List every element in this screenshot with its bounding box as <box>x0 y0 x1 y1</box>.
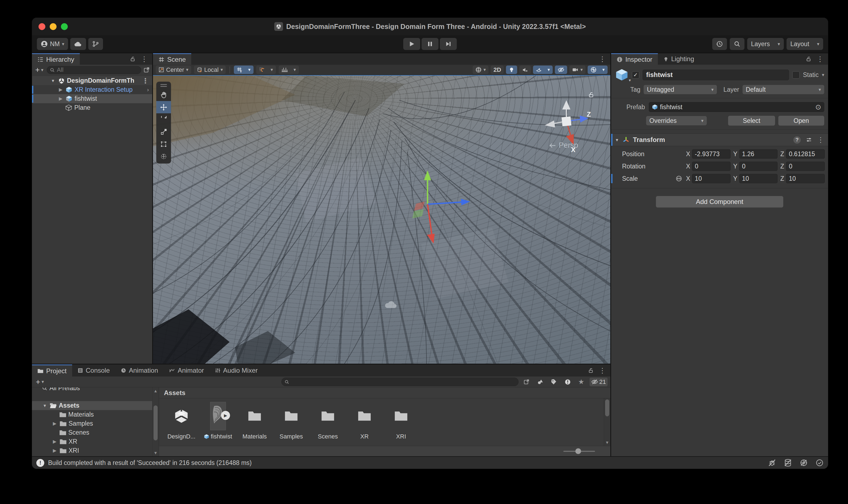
rotation-z-field[interactable] <box>786 162 825 171</box>
scene-menu-icon[interactable]: ⋮ <box>142 77 149 84</box>
gizmos-options-dropdown[interactable]: ▾ <box>599 66 607 74</box>
grid-visibility-toggle[interactable]: Y <box>234 66 245 74</box>
tree-row-samples[interactable]: ▶ Samples <box>32 419 152 428</box>
search-importance-button[interactable] <box>562 378 573 386</box>
open-new-window-icon[interactable] <box>143 67 150 73</box>
rect-tool-button[interactable] <box>156 138 171 150</box>
layers-dropdown[interactable]: Layers ▾ <box>747 38 784 50</box>
project-search-input[interactable] <box>292 378 515 385</box>
increment-options-dropdown[interactable]: ▾ <box>291 66 299 74</box>
asset-designdomain-scene[interactable]: DesignD... <box>165 402 198 440</box>
asset-folder-scenes[interactable]: Scenes <box>312 402 344 440</box>
pause-button[interactable] <box>422 38 439 50</box>
minimize-window-button[interactable] <box>50 23 56 30</box>
tree-row-xr[interactable]: ▶ XR <box>32 437 152 446</box>
favorites-all-prefabs-row[interactable]: All Prefabs <box>32 388 152 393</box>
asset-folder-samples[interactable]: Samples <box>275 402 307 440</box>
foldout-icon[interactable]: ▶ <box>58 87 64 93</box>
draw-mode-dropdown[interactable]: ▾ <box>473 66 489 74</box>
foldout-icon[interactable]: ▶ <box>58 96 64 102</box>
assets-scrollbar[interactable]: ▼ <box>604 398 610 446</box>
layer-dropdown[interactable]: Default▾ <box>743 85 824 94</box>
tree-scrollbar[interactable]: ▲ ▼ <box>152 388 159 456</box>
panel-menu-icon[interactable]: ⋮ <box>599 367 606 374</box>
expand-asset-button[interactable]: ▶ <box>221 411 230 420</box>
assets-breadcrumb[interactable]: Assets <box>159 388 610 398</box>
cloud-services-button[interactable] <box>70 38 86 50</box>
grid-options-dropdown[interactable]: ▾ <box>245 66 253 74</box>
scrollbar-thumb[interactable] <box>154 406 158 440</box>
effects-options-dropdown[interactable]: ▾ <box>545 66 553 74</box>
overrides-dropdown[interactable]: Overrides▾ <box>646 116 707 125</box>
help-icon[interactable]: ? <box>793 136 801 144</box>
projection-label[interactable]: Persp <box>549 141 578 150</box>
layout-dropdown[interactable]: Layout ▾ <box>787 38 823 50</box>
add-component-button[interactable]: Add Component <box>656 196 783 208</box>
position-x-field[interactable] <box>692 149 730 159</box>
position-y-field[interactable] <box>739 149 778 159</box>
unlock-icon[interactable] <box>588 367 594 374</box>
tab-inspector[interactable]: Inspector <box>611 53 658 65</box>
foldout-icon[interactable]: ▼ <box>42 403 48 408</box>
background-tasks-icon[interactable] <box>815 459 824 467</box>
create-asset-button[interactable]: +▾ <box>35 378 45 386</box>
view-tool-button[interactable] <box>156 89 171 101</box>
snap-options-dropdown[interactable]: ▾ <box>268 66 276 74</box>
tab-scene[interactable]: Scene <box>153 53 191 65</box>
tree-row-assets[interactable]: ▼ Assets <box>32 401 152 410</box>
handle-orientation-dropdown[interactable]: Local▾ <box>194 66 226 74</box>
foldout-icon[interactable]: ▶ <box>52 439 58 445</box>
tab-hierarchy[interactable]: Hierarchy <box>32 53 80 65</box>
create-object-button[interactable]: +▾ <box>34 66 45 74</box>
scroll-down-icon[interactable]: ▼ <box>153 450 159 455</box>
scene-viewport[interactable]: Z X Persp <box>153 75 610 364</box>
foldout-icon[interactable]: ▼ <box>615 138 619 142</box>
hidden-objects-toggle[interactable] <box>555 66 567 74</box>
asset-folder-materials[interactable]: Materials <box>238 402 271 440</box>
foldout-icon[interactable]: ▶ <box>52 421 58 427</box>
rotation-y-field[interactable] <box>739 162 778 171</box>
tag-dropdown[interactable]: Untagged▾ <box>644 85 717 94</box>
active-checkbox[interactable]: ✓ <box>632 71 639 79</box>
scale-y-field[interactable] <box>739 174 778 183</box>
snap-increment-button[interactable] <box>279 66 291 74</box>
asset-zoom-slider[interactable] <box>563 451 595 452</box>
search-by-label-button[interactable] <box>549 378 560 386</box>
open-search-window-button[interactable] <box>521 378 532 386</box>
tree-row-xri[interactable]: ▶ XRI <box>32 446 152 455</box>
scrollbar-thumb[interactable] <box>605 399 609 416</box>
search-everywhere-button[interactable] <box>730 38 744 50</box>
panel-menu-icon[interactable]: ⋮ <box>141 55 148 62</box>
rotate-tool-button[interactable] <box>156 113 171 126</box>
static-checkbox[interactable] <box>792 71 800 79</box>
asset-fishtwist-model[interactable]: ▶ fishtwist <box>201 402 234 440</box>
scroll-down-icon[interactable]: ▼ <box>604 440 610 445</box>
prefab-select-button[interactable]: Select <box>728 116 775 126</box>
scale-z-field[interactable] <box>786 174 825 183</box>
chevron-right-icon[interactable]: › <box>147 87 149 93</box>
unlock-icon[interactable] <box>806 56 812 62</box>
panel-menu-icon[interactable]: ⋮ <box>817 55 824 62</box>
scale-tool-button[interactable] <box>156 126 171 138</box>
tab-audio-mixer[interactable]: Audio Mixer <box>210 364 263 377</box>
link-scale-icon[interactable] <box>676 175 682 182</box>
account-button[interactable]: NM ▾ <box>37 38 68 50</box>
scene-lighting-toggle[interactable] <box>506 66 517 74</box>
move-gizmo[interactable] <box>384 161 474 251</box>
scene-root-row[interactable]: ▼ DesignDomainFormTh ⋮ <box>32 76 152 85</box>
overlay-drag-handle[interactable] <box>156 83 171 88</box>
rotation-x-field[interactable] <box>692 162 730 171</box>
hierarchy-row-xr-interaction-setup[interactable]: ▶ XR Interaction Setup › <box>32 85 152 94</box>
project-search[interactable] <box>281 378 518 386</box>
gameobject-icon[interactable]: ▾ <box>615 68 629 82</box>
transform-component-header[interactable]: ▼ Transform ? ⋮ <box>611 133 828 146</box>
unlock-icon[interactable] <box>130 56 136 62</box>
asset-folder-xri[interactable]: XRI <box>385 402 418 440</box>
component-menu-icon[interactable]: ⋮ <box>817 136 824 143</box>
static-options-dropdown[interactable]: ▾ <box>822 72 824 78</box>
asset-folder-xr[interactable]: XR <box>348 402 381 440</box>
code-optimization-icon[interactable] <box>800 459 808 467</box>
hierarchy-row-plane[interactable]: Plane <box>32 103 152 112</box>
presets-icon[interactable] <box>806 137 812 143</box>
scene-audio-toggle[interactable] <box>519 66 531 74</box>
